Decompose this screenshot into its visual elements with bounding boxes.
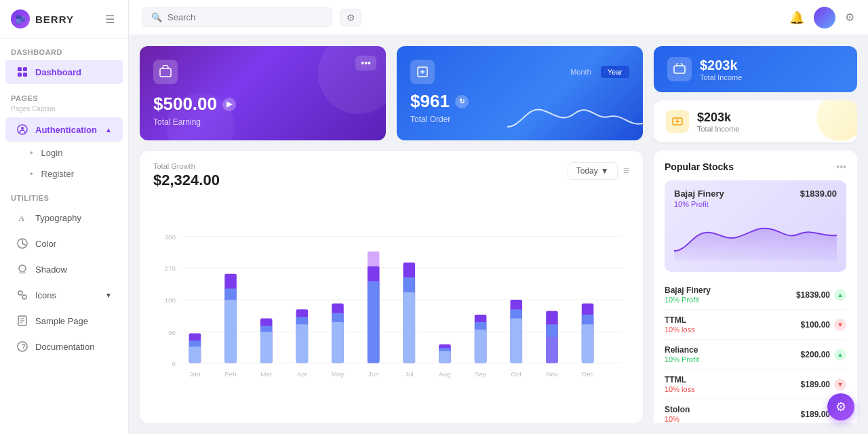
income-icon (667, 57, 692, 81)
income2-text: $203k Total Income (697, 111, 739, 133)
fab-button[interactable]: ⚙ (827, 393, 854, 420)
growth-chart-card: Total Growth $2,324.00 Today ▼ ≡ (140, 151, 643, 423)
sidebar-item-authentication[interactable]: Authentication ▲ (5, 117, 123, 142)
income2-amount: $203k (697, 111, 739, 125)
earning-icon-box (153, 60, 178, 84)
main-area: 🔍 ⚙ 🔔 ⚙ ••• $500.00 ▶ (129, 0, 868, 434)
svg-rect-35 (224, 300, 237, 363)
svg-text:Nov: Nov (546, 370, 558, 378)
menu-toggle-button[interactable]: ☰ (102, 12, 117, 27)
svg-rect-47 (368, 281, 380, 363)
chart-title: Total Growth (153, 162, 220, 170)
sidebar-item-icons[interactable]: Icons ▼ (5, 283, 123, 307)
svg-rect-44 (332, 322, 344, 363)
search-input[interactable] (167, 12, 303, 22)
logo-area: 🫐 BERRY ☰ (0, 0, 128, 39)
svg-text:Oct: Oct (511, 370, 522, 378)
svg-point-8 (19, 265, 26, 272)
utilities-section-label: Utilities (0, 184, 128, 205)
content-area: ••• $500.00 ▶ Total Earning (129, 35, 868, 434)
order-trend-icon: ↻ (455, 95, 469, 108)
featured-stock: Bajaj Finery 10% Profit $1839.00 (665, 180, 846, 272)
dropdown-icon: ▼ (601, 166, 609, 176)
dashboard-icon (16, 66, 28, 78)
logo-icon: 🫐 (11, 9, 30, 28)
sidebar-item-color[interactable]: Color (5, 231, 123, 256)
svg-rect-3 (23, 73, 27, 77)
authentication-icon (16, 123, 28, 136)
income-top-label: Total Income (700, 73, 742, 81)
sidebar-item-shadow[interactable]: Shadow (5, 257, 123, 281)
sidebar: 🫐 BERRY ☰ Dashboard Dashboard Pages Page… (0, 0, 129, 434)
earning-amount: $500.00 ▶ (153, 94, 372, 115)
earning-card: ••• $500.00 ▶ Total Earning (140, 46, 386, 140)
dashboard-section-label: Dashboard (0, 39, 128, 59)
svg-rect-1 (23, 67, 27, 71)
stock-ttml2-info: TTML 10% loss (665, 375, 695, 393)
bar-chart-svg: 360 270 180 90 0 (153, 195, 629, 412)
svg-rect-0 (18, 67, 22, 71)
sidebar-dashboard-label: Dashboard (35, 67, 81, 77)
app-name: BERRY (35, 14, 74, 25)
svg-text:A: A (18, 213, 25, 223)
color-icon (16, 237, 28, 250)
search-icon: 🔍 (151, 12, 162, 22)
svg-text:Jul: Jul (405, 370, 414, 378)
stock-bajaj-right: $1839.00 ▲ (796, 289, 846, 301)
shadow-label: Shadow (35, 264, 67, 275)
svg-text:90: 90 (168, 329, 176, 336)
income-top-text: $203k Total Income (700, 58, 742, 81)
shadow-icon (16, 263, 28, 275)
settings-button[interactable]: ⚙ (845, 11, 854, 24)
svg-rect-59 (511, 318, 523, 363)
stocks-menu-button[interactable]: ••• (836, 161, 846, 172)
notification-button[interactable]: 🔔 (789, 10, 804, 25)
earning-menu-button[interactable]: ••• (355, 56, 376, 71)
arrow-down-icon-2: ▼ (834, 378, 846, 391)
svg-text:May: May (332, 370, 344, 378)
period-toggle: Month Year (564, 66, 629, 78)
year-button[interactable]: Year (601, 66, 629, 78)
svg-text:Aug: Aug (439, 370, 451, 378)
sidebar-item-register[interactable]: Register (5, 164, 123, 184)
color-label: Color (35, 239, 56, 249)
sample-page-icon (16, 315, 28, 327)
sidebar-item-typography[interactable]: A Typography (5, 205, 123, 230)
stock-list: Bajaj Finery 10% Profit $1839.00 ▲ TTML … (665, 280, 846, 423)
earning-trend-icon: ▶ (222, 98, 236, 111)
month-button[interactable]: Month (564, 66, 598, 78)
order-card-top: Month Year (410, 60, 629, 84)
income2-decoration (816, 100, 857, 141)
documentation-label: Documentation (35, 342, 94, 352)
sidebar-item-sample-page[interactable]: Sample Page (5, 309, 123, 333)
bar-chart-area: 360 270 180 90 0 (153, 195, 629, 412)
chart-menu-button[interactable]: ≡ (623, 165, 629, 177)
svg-rect-50 (403, 292, 416, 363)
icons-label: Icons (35, 290, 56, 300)
sidebar-item-documentation[interactable]: ? Documentation (5, 334, 123, 359)
svg-text:Jan: Jan (189, 370, 200, 378)
svg-rect-38 (260, 332, 273, 363)
sidebar-item-dashboard[interactable]: Dashboard (5, 60, 123, 84)
avatar[interactable] (814, 7, 835, 28)
svg-rect-2 (18, 73, 22, 77)
register-label: Register (41, 169, 74, 179)
svg-rect-32 (189, 347, 201, 363)
filter-button[interactable]: ⚙ (340, 9, 361, 26)
stock-row-ttml1: TTML 10% loss $100.00 ▼ (665, 310, 846, 340)
stock-row-stolon: Stolon 10% $189.00 ▼ (665, 399, 846, 423)
svg-rect-53 (439, 351, 451, 363)
svg-text:Jun: Jun (368, 370, 379, 378)
chart-header: Total Growth $2,324.00 Today ▼ ≡ (153, 162, 629, 189)
svg-point-5 (21, 127, 24, 130)
content-right: $203k Total Income $203k Total Income Po… (654, 46, 857, 423)
svg-rect-18 (160, 68, 171, 77)
today-button[interactable]: Today ▼ (568, 162, 618, 180)
icons-icon (16, 289, 28, 301)
order-icon-box (410, 60, 435, 84)
stock-stolon-info: Stolon 10% (665, 405, 690, 423)
svg-point-11 (22, 295, 26, 299)
earning-label: Total Earning (153, 117, 372, 127)
content-left: ••• $500.00 ▶ Total Earning (140, 46, 643, 423)
sidebar-item-login[interactable]: Login (5, 143, 123, 163)
